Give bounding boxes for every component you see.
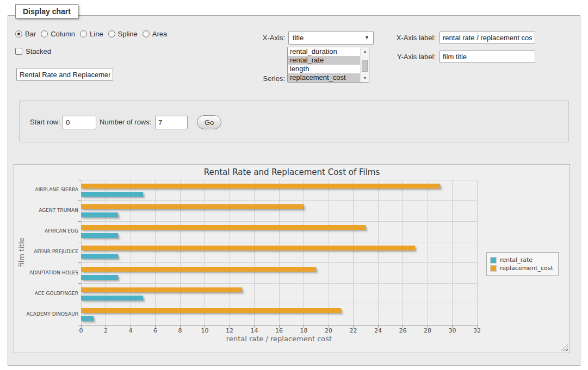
gridline-vertical [155, 180, 156, 325]
gridline-horizontal [81, 304, 477, 304]
x-tick-label: 6 [145, 327, 166, 334]
gridline-vertical [279, 180, 280, 325]
gridline-vertical [180, 180, 181, 325]
gridline-vertical [304, 180, 304, 325]
radio-spline-icon [108, 30, 115, 37]
x-tick-label: 28 [417, 327, 438, 334]
radio-label: Area [152, 30, 167, 38]
x-axis-line [78, 325, 477, 325]
x-tick-label: 16 [268, 327, 290, 334]
category-label: ACE GOLDFINGER [16, 291, 78, 296]
category-label: AGENT TRUMAN [16, 208, 78, 213]
gridline-vertical [353, 180, 354, 325]
gridline-vertical [329, 180, 329, 325]
plot-area [81, 180, 477, 325]
radio-option-bar[interactable]: Bar [15, 30, 36, 38]
stacked-label: Stacked [26, 47, 51, 55]
radio-label: Spline [118, 30, 138, 38]
y-axis-tick [78, 242, 81, 242]
gridline-vertical [378, 180, 379, 325]
series-select-label: Series: [218, 74, 285, 83]
radio-area-icon [143, 30, 150, 37]
x-tick-label: 2 [95, 327, 117, 334]
replacement_cost-bar[interactable] [81, 204, 304, 209]
chart-container: Rental Rate and Replacement Cost of Film… [14, 164, 570, 353]
category-label: ADAPTATION HOLES [16, 270, 78, 275]
x-axis-selected-value: title [293, 34, 304, 42]
y-axis-tick [78, 283, 81, 284]
x-axis-label-label: X-Axis label: [345, 34, 436, 42]
radio-option-area[interactable]: Area [143, 30, 167, 38]
x-tick-label: 26 [392, 327, 414, 334]
radio-bar-icon [15, 30, 22, 37]
category-label: AIRPLANE SIERRA [16, 187, 78, 192]
replacement_cost-bar[interactable] [81, 308, 341, 313]
gridline-horizontal [81, 221, 477, 222]
rental_rate-bar[interactable] [81, 254, 118, 259]
gridline-vertical [131, 180, 131, 325]
number-of-rows-label: Number of rows: [100, 118, 151, 127]
legend-item: replacement_cost [490, 265, 553, 272]
number-of-rows-input[interactable] [155, 116, 188, 129]
gridline-horizontal [81, 200, 477, 201]
chart-title-input[interactable] [16, 68, 113, 81]
start-row-input[interactable] [63, 116, 96, 129]
category-label: AFFAIR PREJUDICE [16, 249, 78, 254]
radio-option-line[interactable]: Line [80, 30, 103, 38]
category-label: ACADEMY DINOSAUR [16, 311, 78, 317]
series-option-replacement-cost[interactable]: replacement_cost [288, 73, 360, 82]
gridline-vertical [452, 180, 453, 325]
gridline-vertical [106, 180, 106, 325]
x-tick-label: 30 [442, 327, 463, 334]
x-tick-label: 24 [367, 327, 389, 334]
page: Display chart BarColumnLineSplineArea St… [0, 0, 588, 370]
y-axis-tick [78, 262, 81, 263]
rental_rate-bar[interactable] [81, 212, 118, 217]
rows-panel: Start row: Number of rows: Go [19, 101, 569, 142]
gridline-vertical [254, 180, 255, 325]
go-button[interactable]: Go [197, 115, 221, 129]
gridline-horizontal [81, 242, 477, 242]
chart-type-radio-group: BarColumnLineSplineArea [15, 30, 172, 38]
x-tick-label: 12 [219, 327, 240, 334]
replacement_cost-bar[interactable] [81, 225, 366, 230]
y-axis-tick [78, 221, 81, 222]
rental_rate-bar[interactable] [81, 275, 118, 280]
x-axis-title: rental rate / replacement cost [81, 335, 477, 343]
x-tick-label: 10 [194, 327, 216, 334]
replacement_cost-bar[interactable] [81, 287, 242, 292]
category-label: AFRICAN EGG [16, 228, 78, 234]
resize-grip-icon[interactable] [561, 344, 568, 351]
x-tick-label: 22 [343, 327, 364, 334]
stacked-checkbox[interactable] [15, 48, 22, 55]
x-tick-label: 4 [120, 327, 141, 334]
scrollbar-thumb[interactable] [362, 60, 368, 72]
y-axis-label-input[interactable] [440, 50, 535, 63]
replacement_cost-bar[interactable] [81, 246, 415, 250]
rental_rate-bar[interactable] [81, 192, 143, 197]
gridline-vertical [230, 180, 230, 325]
rental_rate-bar[interactable] [81, 233, 118, 238]
replacement_cost-bar[interactable] [81, 267, 316, 272]
rental_rate-swatch [490, 257, 497, 264]
legend-label: replacement_cost [500, 265, 553, 272]
replacement_cost-bar[interactable] [81, 184, 440, 189]
y-axis-tick [78, 304, 81, 304]
x-tick-label: 18 [293, 327, 315, 334]
scroll-down-icon[interactable]: ▼ [361, 74, 369, 81]
rental_rate-bar[interactable] [81, 316, 94, 321]
gridline-vertical [477, 180, 478, 325]
series-listbox[interactable]: rental_durationrental_ratelengthreplacem… [287, 47, 369, 83]
radio-option-spline[interactable]: Spline [108, 30, 138, 38]
y-axis-tick [78, 200, 81, 201]
radio-option-column[interactable]: Column [41, 30, 75, 38]
series-option-length[interactable]: length [288, 65, 360, 73]
display-chart-panel: Display chart BarColumnLineSplineArea St… [8, 15, 580, 366]
x-axis-label-input[interactable] [440, 31, 535, 44]
legend-label: rental_rate [500, 256, 533, 264]
gridline-horizontal [81, 283, 477, 284]
gridline-vertical [205, 180, 205, 325]
rental_rate-bar[interactable] [81, 296, 143, 300]
stacked-checkbox-row[interactable]: Stacked [15, 47, 51, 55]
y-axis-label-label: Y-Axis label: [345, 53, 436, 61]
